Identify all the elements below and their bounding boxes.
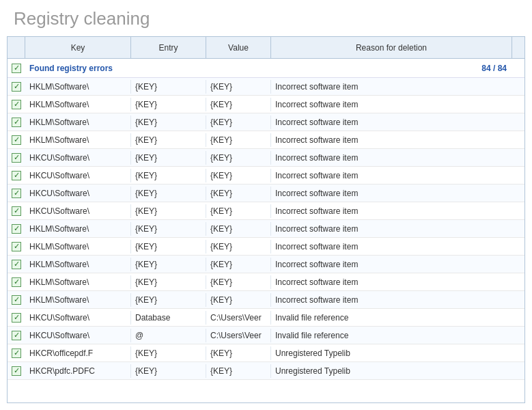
- cell-entry: {KEY}: [131, 258, 206, 271]
- cell-entry: Database: [131, 311, 206, 325]
- row-checkbox[interactable]: ✓: [12, 206, 21, 216]
- row-checkbox[interactable]: ✓: [12, 100, 21, 109]
- table-row: ✓HKCU\Software\{KEY}{KEY}Incorrect softw…: [8, 202, 524, 220]
- row-checkmark: ✓: [14, 100, 20, 108]
- cell-key: HKCU\Software\: [25, 329, 131, 342]
- cell-entry: {KEY}: [131, 98, 206, 111]
- row-checkbox-cell[interactable]: ✓: [8, 82, 25, 92]
- row-checkbox[interactable]: ✓: [12, 82, 21, 92]
- cell-key: HKLM\Software\: [25, 115, 131, 129]
- row-checkmark: ✓: [14, 314, 20, 321]
- col-scroll-header: [512, 37, 524, 58]
- cell-value: {KEY}: [206, 169, 271, 182]
- cell-entry: {KEY}: [131, 275, 206, 289]
- table-row: ✓HKLM\Software\{KEY}{KEY}Incorrect softw…: [8, 291, 524, 309]
- row-checkbox-cell[interactable]: ✓: [8, 348, 25, 358]
- row-checkbox[interactable]: ✓: [12, 118, 21, 127]
- row-checkbox[interactable]: ✓: [12, 153, 21, 163]
- row-checkbox-cell[interactable]: ✓: [8, 366, 25, 376]
- row-checkmark: ✓: [14, 243, 20, 250]
- col-reason-header: Reason for deletion: [271, 37, 512, 58]
- row-checkbox[interactable]: ✓: [12, 171, 21, 180]
- row-checkmark: ✓: [14, 278, 20, 286]
- group-checkbox[interactable]: ✓: [12, 64, 21, 73]
- cell-value: {KEY}: [206, 346, 271, 360]
- row-checkbox[interactable]: ✓: [12, 135, 21, 145]
- cell-key: HKCU\Software\: [25, 151, 131, 165]
- cell-key: HKCR\officepdf.F: [25, 346, 131, 360]
- row-checkmark: ✓: [14, 331, 20, 339]
- cell-entry: {KEY}: [131, 133, 206, 147]
- cell-value: {KEY}: [206, 98, 271, 111]
- page-container: Registry cleaning Key Entry Value Reason…: [0, 0, 532, 410]
- table-row: ✓HKLM\Software\{KEY}{KEY}Incorrect softw…: [8, 238, 524, 256]
- group-checkbox-cell[interactable]: ✓: [8, 64, 25, 73]
- group-header-row: ✓ Found registry errors 84 / 84: [8, 59, 524, 78]
- row-checkbox[interactable]: ✓: [12, 242, 21, 251]
- row-checkbox[interactable]: ✓: [12, 295, 21, 305]
- row-checkbox[interactable]: ✓: [12, 348, 21, 358]
- cell-value: {KEY}: [206, 133, 271, 147]
- row-checkbox-cell[interactable]: ✓: [8, 277, 25, 287]
- row-checkbox-cell[interactable]: ✓: [8, 242, 25, 251]
- table-row: ✓HKCU\Software\{KEY}{KEY}Incorrect softw…: [8, 184, 524, 202]
- cell-key: HKLM\Software\: [25, 80, 131, 94]
- cell-entry: {KEY}: [131, 346, 206, 360]
- row-checkbox-cell[interactable]: ✓: [8, 260, 25, 269]
- row-checkbox[interactable]: ✓: [12, 331, 21, 340]
- cell-value: {KEY}: [206, 151, 271, 165]
- cell-key: HKCU\Software\: [25, 169, 131, 182]
- cell-reason: Incorrect software item: [271, 169, 524, 182]
- row-checkbox-cell[interactable]: ✓: [8, 295, 25, 305]
- cell-reason: Incorrect software item: [271, 187, 524, 200]
- cell-value: C:\Users\Veer: [206, 329, 271, 342]
- table-body[interactable]: ✓ Found registry errors 84 / 84 ✓HKLM\So…: [8, 59, 524, 402]
- row-checkmark: ✓: [14, 136, 20, 144]
- row-checkbox[interactable]: ✓: [12, 189, 21, 198]
- cell-value: {KEY}: [206, 80, 271, 94]
- row-checkbox[interactable]: ✓: [12, 260, 21, 269]
- row-checkbox-cell[interactable]: ✓: [8, 189, 25, 198]
- row-checkbox-cell[interactable]: ✓: [8, 135, 25, 145]
- cell-key: HKLM\Software\: [25, 240, 131, 254]
- cell-entry: {KEY}: [131, 151, 206, 165]
- title-bar: Registry cleaning: [0, 0, 532, 36]
- row-checkbox-cell[interactable]: ✓: [8, 206, 25, 216]
- row-checkbox[interactable]: ✓: [12, 366, 21, 376]
- cell-reason: Incorrect software item: [271, 98, 524, 111]
- row-checkmark: ✓: [14, 83, 20, 90]
- row-checkbox[interactable]: ✓: [12, 277, 21, 287]
- cell-entry: {KEY}: [131, 115, 206, 129]
- table-row: ✓HKLM\Software\{KEY}{KEY}Incorrect softw…: [8, 220, 524, 238]
- row-checkbox-cell[interactable]: ✓: [8, 100, 25, 109]
- row-checkbox-cell[interactable]: ✓: [8, 331, 25, 340]
- cell-key: HKCU\Software\: [25, 311, 131, 325]
- cell-value: {KEY}: [206, 364, 271, 378]
- cell-reason: Incorrect software item: [271, 293, 524, 307]
- table-row: ✓HKCU\Software\{KEY}{KEY}Incorrect softw…: [8, 149, 524, 167]
- row-checkmark: ✓: [14, 207, 20, 215]
- row-checkbox-cell[interactable]: ✓: [8, 224, 25, 234]
- cell-reason: Incorrect software item: [271, 258, 524, 271]
- cell-value: {KEY}: [206, 187, 271, 200]
- row-checkbox-cell[interactable]: ✓: [8, 313, 25, 323]
- row-checkbox-cell[interactable]: ✓: [8, 153, 25, 163]
- cell-entry: @: [131, 329, 206, 342]
- cell-key: HKCU\Software\: [25, 187, 131, 200]
- cell-value: {KEY}: [206, 258, 271, 271]
- table-row: ✓HKLM\Software\{KEY}{KEY}Incorrect softw…: [8, 273, 524, 291]
- cell-value: {KEY}: [206, 204, 271, 218]
- cell-value: {KEY}: [206, 293, 271, 307]
- row-checkbox[interactable]: ✓: [12, 224, 21, 234]
- cell-key: HKLM\Software\: [25, 258, 131, 271]
- cell-reason: Incorrect software item: [271, 240, 524, 254]
- cell-entry: {KEY}: [131, 204, 206, 218]
- row-checkbox-cell[interactable]: ✓: [8, 171, 25, 180]
- table-row: ✓HKCU\Software\DatabaseC:\Users\VeerInva…: [8, 309, 524, 327]
- cell-entry: {KEY}: [131, 222, 206, 236]
- cell-reason: Unregistered Typelib: [271, 364, 524, 378]
- row-checkbox[interactable]: ✓: [12, 313, 21, 323]
- cell-value: {KEY}: [206, 222, 271, 236]
- row-checkbox-cell[interactable]: ✓: [8, 118, 25, 127]
- table-row: ✓HKCR\officepdf.F{KEY}{KEY}Unregistered …: [8, 344, 524, 362]
